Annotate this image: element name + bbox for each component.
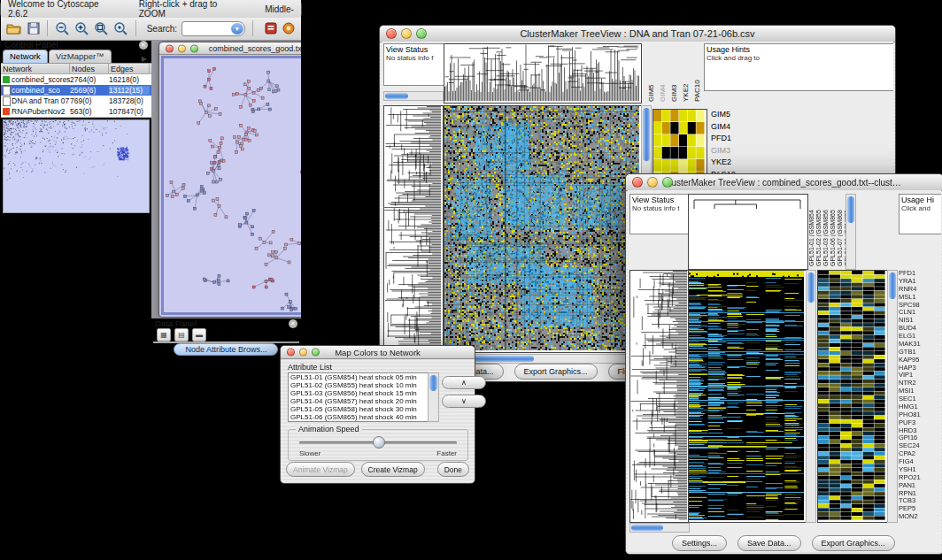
column-label[interactable]: GIM5: [647, 43, 658, 102]
close-button[interactable]: [166, 44, 174, 52]
open-session-icon[interactable]: [6, 19, 22, 37]
plugin-icon[interactable]: [282, 19, 296, 37]
attribute-list-item[interactable]: GPL51-07 (GSM868) heat shock 60 min: [289, 421, 429, 422]
network-row[interactable]: combined_scores2764(0)16218(0): [1, 74, 151, 85]
treeview-dna-titlebar[interactable]: ClusterMaker TreeView : DNA and Tran 07-…: [380, 26, 895, 42]
zoom-in-icon[interactable]: [74, 19, 89, 37]
scrollbar-thumb[interactable]: [429, 375, 437, 391]
annotation-icon[interactable]: [265, 19, 278, 37]
close-button[interactable]: [632, 177, 643, 188]
attribute-list-item[interactable]: GPL51-01 (GSM854) heat shock 05 min: [289, 373, 429, 381]
gene-label[interactable]: GIM3: [711, 145, 736, 157]
network-row[interactable]: RNAPuberNov2563(0)107847(0): [1, 106, 151, 117]
attribute-list-item[interactable]: GPL51-02 (GSM855) heat shock 10 min: [289, 381, 429, 389]
dialog-titlebar[interactable]: Map Colors to Network: [281, 346, 475, 359]
treeview-button[interactable]: Settings...: [672, 535, 727, 551]
column-label[interactable]: PAC10: [693, 43, 704, 102]
gene-label[interactable]: PFD1: [711, 133, 736, 145]
scrollbar-thumb[interactable]: [807, 272, 815, 303]
dialog-button-create-vizmap[interactable]: Create Vizmap: [361, 462, 425, 477]
gene-label[interactable]: YKE2: [711, 157, 736, 169]
minimize-button[interactable]: [178, 44, 186, 52]
heatmap-canvas[interactable]: [444, 106, 639, 350]
column-label[interactable]: YKE2: [682, 43, 692, 102]
attribute-select-icon[interactable]: ▦: [157, 328, 171, 341]
scrollbar-thumb[interactable]: [847, 196, 854, 223]
save-session-icon[interactable]: [27, 19, 40, 37]
attribute-create-icon[interactable]: ▤: [174, 328, 189, 341]
tab-vizmapper[interactable]: VizMapper™: [49, 50, 112, 63]
attribute-list-item[interactable]: GPL51-04 (GSM857) heat shock 20 min: [289, 397, 429, 405]
move-down-button[interactable]: ∨: [442, 395, 486, 408]
minimize-button[interactable]: [299, 349, 307, 357]
gene-label[interactable]: GIM5: [711, 109, 736, 121]
attribute-list-item[interactable]: GPL51-05 (GSM858) heat shock 30 min: [289, 405, 429, 413]
data-panel-close-icon[interactable]: ✕: [289, 319, 297, 328]
col-attribute[interactable]: DNA and Tran 07-21-06b...: [202, 342, 298, 343]
gene-label[interactable]: MON2: [899, 513, 941, 521]
dialog-button-done[interactable]: Done: [437, 462, 469, 477]
network-view-window-controls: [166, 44, 198, 52]
column-label[interactable]: GPL51-07 (GSM868: [837, 194, 843, 266]
column-label[interactable]: GPL51-06 (GSM865: [830, 194, 836, 266]
minimize-button[interactable]: [401, 28, 412, 39]
column-vscrollbar[interactable]: [845, 194, 856, 270]
column-label[interactable]: GIM3: [670, 43, 681, 102]
control-panel-close-icon[interactable]: ✕: [139, 41, 148, 50]
tab-network[interactable]: Network: [3, 50, 48, 63]
col-id[interactable]: ID: [154, 342, 202, 343]
scrollbar-thumb[interactable]: [643, 108, 650, 161]
close-button[interactable]: [386, 28, 397, 39]
zoom-vscrollbar[interactable]: [887, 270, 898, 523]
attribute-list-item[interactable]: GPL51-06 (GSM865) heat shock 40 min: [289, 413, 429, 421]
column-label[interactable]: GPL51-03 (GSM856: [822, 194, 829, 266]
col-edges[interactable]: Edges: [109, 64, 150, 73]
column-label[interactable]: GPL51-01 (GSM854: [808, 194, 815, 266]
zoom-button[interactable]: [190, 44, 198, 52]
zoom-button[interactable]: [662, 177, 673, 188]
column-label[interactable]: GIM4: [659, 43, 669, 102]
attribute-list-vscrollbar[interactable]: [428, 372, 439, 422]
heatmap-vscrollbar[interactable]: [806, 270, 816, 523]
scrollbar-thumb[interactable]: [385, 93, 408, 99]
zoom-button[interactable]: [312, 349, 320, 357]
gene-label[interactable]: GIM4: [711, 121, 736, 134]
heatmap-canvas[interactable]: [689, 271, 804, 520]
treeview-button[interactable]: Export Graphics...: [812, 535, 895, 551]
zoom-selected-icon[interactable]: [94, 19, 109, 37]
tab-overflow-icon[interactable]: ▶: [142, 55, 150, 63]
scrollbar-thumb[interactable]: [631, 525, 663, 531]
zoom-heatmap-canvas[interactable]: [818, 271, 885, 520]
column-label[interactable]: GPL51-02 (GSM855: [815, 194, 822, 266]
zoom-fit-icon[interactable]: [113, 19, 128, 37]
move-up-button[interactable]: ∧: [442, 376, 486, 389]
col-nodes[interactable]: Nodes: [70, 64, 109, 73]
search-input[interactable]: ▾: [181, 21, 245, 36]
dendrogram-hscrollbar[interactable]: [629, 523, 690, 533]
treeview-button[interactable]: Save Data...: [737, 535, 801, 551]
treeview-button[interactable]: Export Graphics...: [514, 364, 598, 380]
network-canvas[interactable]: [164, 58, 301, 311]
network-overview-thumbnail[interactable]: [4, 120, 149, 212]
row-dendrogram[interactable]: [384, 106, 441, 350]
col-network[interactable]: Network: [1, 64, 70, 73]
column-dendrogram[interactable]: [444, 44, 639, 101]
zoom-out-icon[interactable]: [55, 19, 70, 37]
close-button[interactable]: [287, 349, 295, 357]
node-attribute-browser-tab[interactable]: Node Attribute Brows...: [174, 343, 278, 356]
status-hscrollbar[interactable]: [383, 91, 444, 101]
network-row[interactable]: DNA and Tran 07769(0)183728(0): [1, 96, 151, 106]
search-dropdown-icon[interactable]: ▾: [231, 23, 243, 35]
attribute-list-item[interactable]: GPL51-03 (GSM856) heat shock 15 min: [289, 389, 429, 397]
column-dendrogram[interactable]: [689, 195, 806, 267]
slider-thumb[interactable]: [373, 436, 385, 449]
scrollbar-thumb[interactable]: [889, 272, 896, 299]
row-dendrogram[interactable]: [630, 271, 687, 520]
attribute-delete-icon[interactable]: ▬: [192, 328, 206, 341]
attribute-list[interactable]: GPL51-01 (GSM854) heat shock 05 minGPL51…: [288, 372, 429, 422]
treeview-combined-titlebar[interactable]: ClusterMaker TreeView : combined_scores_…: [626, 174, 942, 191]
network-row[interactable]: combined_sco2569(6)13112(15): [1, 85, 151, 96]
network-view-titlebar[interactable]: combined_scores_good.txt--cluste...: [159, 42, 301, 55]
zoom-button[interactable]: [416, 28, 427, 39]
minimize-button[interactable]: [647, 177, 658, 188]
